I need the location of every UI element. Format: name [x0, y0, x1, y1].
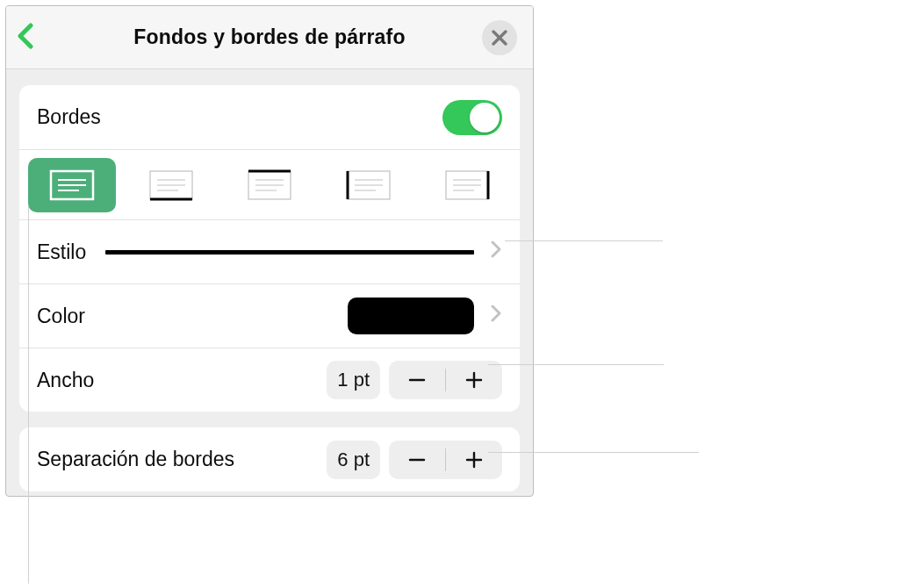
border-all-tab[interactable] — [28, 158, 116, 212]
border-all-icon — [49, 169, 95, 201]
panel-content: Bordes — [6, 69, 533, 491]
offset-decrement-button[interactable] — [389, 441, 445, 479]
color-swatch — [348, 298, 474, 334]
width-increment-button[interactable] — [446, 361, 502, 399]
close-button[interactable] — [482, 20, 517, 55]
minus-icon — [407, 370, 427, 390]
offset-value: 6 pt — [327, 441, 380, 479]
offset-stepper — [389, 441, 502, 479]
border-top-icon — [247, 169, 292, 201]
width-value: 1 pt — [327, 361, 380, 399]
border-left-tab[interactable] — [325, 158, 413, 212]
paragraph-borders-panel: Fondos y bordes de párrafo Bordes — [5, 5, 534, 497]
borders-label: Bordes — [37, 105, 101, 129]
border-right-tab[interactable] — [423, 158, 511, 212]
close-icon — [491, 29, 508, 47]
chevron-left-icon — [15, 23, 38, 49]
style-label: Estilo — [37, 240, 86, 264]
style-row[interactable]: Estilo — [19, 219, 520, 283]
width-row: Ancho 1 pt — [19, 348, 520, 412]
width-label: Ancho — [37, 369, 94, 392]
color-row[interactable]: Color — [19, 283, 520, 348]
offset-label: Separación de bordes — [37, 448, 234, 471]
offset-row: Separación de bordes 6 pt — [19, 427, 520, 491]
line-style-preview — [105, 250, 474, 255]
offset-card: Separación de bordes 6 pt — [19, 427, 520, 491]
border-right-icon — [444, 169, 490, 201]
panel-header: Fondos y bordes de párrafo — [6, 6, 533, 69]
borders-card: Bordes — [19, 85, 520, 412]
border-bottom-tab[interactable] — [127, 158, 215, 212]
chevron-right-icon — [490, 304, 502, 328]
minus-icon — [407, 450, 427, 470]
back-button[interactable] — [15, 23, 38, 53]
border-top-tab[interactable] — [226, 158, 313, 212]
plus-icon — [464, 370, 484, 390]
width-decrement-button[interactable] — [389, 361, 445, 399]
border-bottom-icon — [148, 169, 194, 201]
border-position-tabs — [19, 149, 520, 219]
width-stepper — [389, 361, 502, 399]
callout-leader — [28, 206, 29, 584]
offset-increment-button[interactable] — [446, 441, 502, 479]
color-label: Color — [37, 305, 85, 328]
panel-title: Fondos y bordes de párrafo — [133, 25, 405, 49]
plus-icon — [464, 450, 484, 470]
chevron-right-icon — [490, 240, 502, 264]
borders-toggle[interactable] — [442, 100, 502, 135]
border-left-icon — [346, 169, 392, 201]
borders-toggle-row: Bordes — [19, 85, 520, 149]
